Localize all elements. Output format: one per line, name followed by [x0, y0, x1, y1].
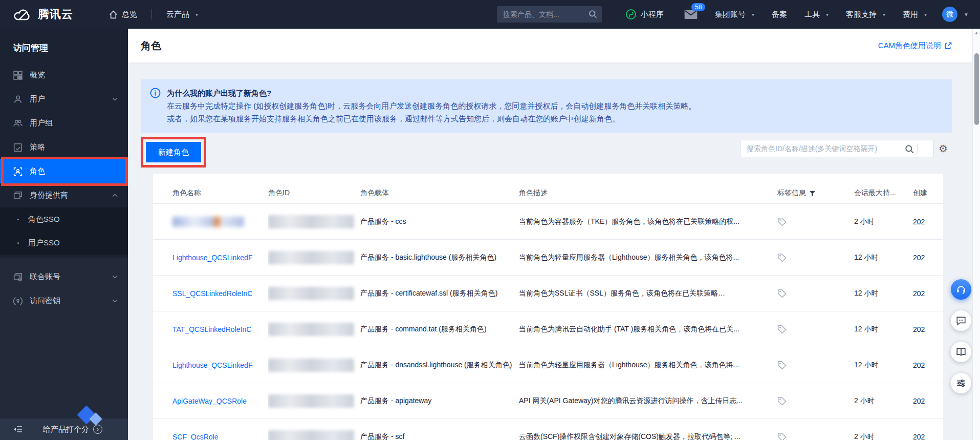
created-time: 202 [913, 240, 943, 276]
tag-icon[interactable] [777, 396, 849, 406]
role-name-link[interactable]: Lighthouse_QCSLinkedF [172, 361, 263, 369]
sidebar-item-identity-providers[interactable]: 身份提供商 [0, 183, 128, 207]
role-name-link[interactable]: SCF_QcsRole [172, 433, 263, 440]
table-header-row: 角色名称 角色ID 角色载体 角色描述 标签信息 会话 [153, 183, 943, 204]
chevron-down-icon: ▾ [195, 12, 198, 17]
info-banner: 为什么我的账户出现了新角色? 在云服务中完成特定操作 (如授权创建服务角色)时，… [141, 79, 952, 133]
search-divider [917, 144, 918, 154]
nav-icp[interactable]: 备案 [772, 10, 787, 19]
table-row[interactable]: ApiGateWay_QCSRole 产品服务 - apigateway API… [153, 383, 943, 419]
tag-icon[interactable] [777, 361, 849, 370]
access-key-icon [13, 297, 23, 306]
sidebar: 访问管理 概览 用户 用户组 策略 [0, 29, 128, 440]
global-search-input[interactable] [503, 10, 585, 18]
customer-service-button[interactable] [951, 279, 971, 300]
role-carrier: 产品服务 - basic.lighthouse (服务相关角色) [360, 240, 519, 276]
sidebar-item-user-groups[interactable]: 用户组 [0, 111, 128, 135]
role-search[interactable] [740, 140, 933, 157]
sidebar-item-roles[interactable]: 角色 [0, 159, 128, 183]
tag-icon[interactable] [777, 217, 849, 226]
bullet-icon [17, 242, 19, 244]
search-icon[interactable] [588, 9, 598, 19]
chevron-down-icon: ▼ [964, 12, 969, 17]
arrow-circle-icon[interactable]: › [93, 425, 102, 434]
sidebar-item-user-sso[interactable]: 用户SSO [0, 231, 128, 255]
table-row[interactable]: 产品服务 - ccs 当前角色为容器服务（TKE）服务角色，该角色将在已关联策略… [153, 204, 943, 240]
role-carrier: 产品服务 - ccs [360, 204, 519, 240]
col-tags: 标签信息 [777, 183, 854, 204]
nav-tools[interactable]: 工具 ▾ [804, 10, 829, 19]
nav-support[interactable]: 客服支持 ▾ [846, 10, 885, 19]
role-name-link[interactable]: TAT_QCSLinkedRoleInC [172, 325, 263, 333]
role-name-link[interactable]: SSL_QCSLinkedRoleInC [172, 289, 263, 298]
chat-bubble-icon [956, 316, 966, 326]
chevron-down-icon: ▾ [752, 12, 754, 17]
table-row[interactable]: SCF_QcsRole 产品服务 - scf 云函数(SCF)操作权限含创建对象… [153, 419, 943, 440]
redacted-role-id [268, 251, 354, 264]
table-row[interactable]: TAT_QCSLinkedRoleInC 产品服务 - command.tat … [153, 311, 943, 347]
tag-icon[interactable] [777, 253, 849, 262]
create-role-button[interactable]: 新建角色 [146, 142, 201, 162]
role-name-link[interactable]: Lighthouse_QCSLinkedF [172, 254, 263, 262]
sliders-icon [956, 378, 966, 388]
chat-support-button[interactable] [951, 310, 971, 331]
nav-mini-program[interactable]: 小程序 [625, 9, 664, 20]
sidebar-item-policies[interactable]: 策略 [0, 135, 128, 159]
nav-products[interactable]: 云产品 ▾ [166, 10, 198, 19]
sidebar-item-federated-accounts[interactable]: 联合账号 [0, 265, 128, 289]
created-time: 202 [913, 419, 943, 440]
sidebar-item-role-sso[interactable]: 角色SSO [0, 207, 128, 231]
role-icon [13, 167, 23, 176]
search-icon[interactable] [904, 144, 914, 154]
col-role-carrier: 角色载体 [360, 183, 519, 204]
global-search[interactable] [497, 6, 602, 23]
collapse-sidebar-icon[interactable] [13, 425, 23, 433]
vertical-scrollbar[interactable]: ▲ [972, 29, 980, 440]
sidebar-item-access-keys[interactable]: 访问密钥 [0, 289, 128, 313]
role-carrier: 产品服务 - apigateway [360, 383, 519, 419]
brand-name: 腾讯云 [38, 7, 73, 22]
col-role-desc: 角色描述 [519, 183, 777, 204]
redacted-role-id [268, 394, 354, 408]
user-group-icon [13, 119, 23, 128]
main-area: 角色 CAM角色使用说明 为什么我的账户出现了新角色? 在云服务中完成特定操作 … [128, 29, 980, 440]
identity-provider-icon [13, 191, 23, 200]
session-duration: 12 小时 [854, 347, 913, 383]
tag-icon[interactable] [777, 325, 849, 334]
role-desc: API 网关(API Gateway)对您的腾讯云资源进行访问操作，含上传日志.… [519, 383, 777, 419]
role-carrier: 产品服务 - scf [360, 419, 519, 440]
grid-icon [13, 71, 23, 80]
tag-icon[interactable] [777, 289, 849, 298]
feedback-survey-button[interactable] [951, 373, 971, 393]
scroll-up-arrow[interactable]: ▲ [973, 29, 980, 37]
table-row[interactable]: Lighthouse_QCSLinkedF 产品服务 - basic.light… [153, 240, 943, 276]
identity-provider-submenu: 角色SSO 用户SSO [0, 207, 128, 255]
scrollbar-thumb[interactable] [974, 53, 979, 125]
sidebar-item-overview[interactable]: 概览 [0, 63, 128, 87]
nav-billing[interactable]: 费用 ▾ [903, 10, 927, 19]
tag-icon[interactable] [777, 432, 849, 440]
created-time: 202 [913, 311, 943, 347]
book-icon [956, 347, 966, 357]
chevron-down-icon: ▾ [826, 12, 829, 17]
home-icon [109, 10, 118, 19]
nav-overview[interactable]: 总览 [109, 10, 137, 19]
nav-group-account[interactable]: 集团账号 ▾ [715, 10, 754, 19]
sidebar-item-users[interactable]: 用户 [0, 87, 128, 111]
role-desc: 当前角色为容器服务（TKE）服务角色，该角色将在已关联策略的权... [519, 204, 777, 240]
headset-icon [956, 284, 966, 295]
session-duration: 12 小时 [854, 311, 913, 347]
role-name-link[interactable]: ApiGateWay_QCSRole [172, 397, 263, 405]
role-desc: 当前角色为SSL证书（SSL）服务角色，该角色将在已关联策略… [519, 276, 777, 311]
rate-product-link[interactable]: 给产品打个分 [43, 425, 89, 434]
column-settings-gear-icon[interactable]: ⚙ [934, 140, 952, 157]
cam-doc-link[interactable]: CAM角色使用说明 [878, 41, 952, 51]
table-row[interactable]: SSL_QCSLinkedRoleInC 产品服务 - certificatew… [153, 276, 943, 311]
account-menu[interactable]: 微 ▼ [942, 7, 969, 22]
table-row[interactable]: Lighthouse_QCSLinkedF 产品服务 - dnsandssl.l… [153, 347, 943, 383]
messages-button[interactable]: 58 [684, 9, 698, 19]
tencent-cloud-logo[interactable]: 腾讯云 [13, 7, 73, 22]
filter-funnel-icon[interactable] [809, 190, 816, 197]
avatar[interactable]: 微 [942, 7, 957, 22]
documentation-button[interactable] [951, 342, 971, 362]
